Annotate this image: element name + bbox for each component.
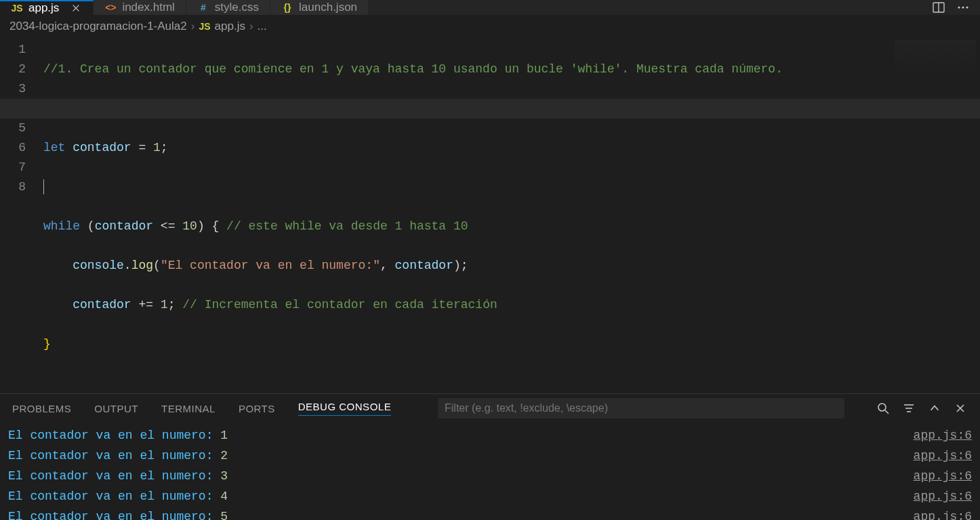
tab-label: style.css — [215, 1, 259, 14]
search-icon[interactable] — [876, 401, 891, 416]
console-message: El contador va en el numero: 2 — [8, 446, 228, 466]
json-file-icon: {} — [281, 1, 293, 14]
chevron-up-icon[interactable] — [927, 401, 942, 416]
console-message: El contador va en el numero: 5 — [8, 506, 228, 520]
more-actions-icon[interactable] — [956, 0, 971, 15]
editor-actions — [931, 0, 980, 15]
tab-label: index.html — [122, 1, 174, 14]
svg-line-6 — [885, 410, 889, 414]
svg-point-3 — [962, 6, 964, 8]
panel-tab-output[interactable]: OUTPUT — [94, 403, 138, 414]
console-source-link[interactable]: app.js:6 — [914, 466, 972, 486]
chevron-right-icon: › — [249, 20, 253, 33]
console-row: El contador va en el numero: 3app.js:6 — [8, 466, 972, 486]
panel-actions — [876, 401, 968, 416]
console-source-link[interactable]: app.js:6 — [914, 506, 972, 520]
minimap[interactable] — [895, 40, 976, 81]
console-source-link[interactable]: app.js:6 — [914, 425, 972, 446]
breadcrumb-folder[interactable]: 2034-logica-programacion-1-Aula2 — [9, 20, 187, 33]
html-file-icon: <> — [104, 1, 117, 14]
tab-label: app.js — [28, 1, 59, 15]
panel-tab-debug-console[interactable]: DEBUG CONSOLE — [298, 401, 391, 416]
filter-icon[interactable] — [901, 401, 916, 416]
debug-console-output[interactable]: El contador va en el numero: 1app.js:6El… — [0, 422, 980, 520]
console-row: El contador va en el numero: 1app.js:6 — [8, 425, 972, 446]
breadcrumb-file[interactable]: app.js — [215, 20, 245, 33]
panel-tab-ports[interactable]: PORTS — [239, 403, 275, 414]
css-file-icon: # — [197, 1, 209, 14]
editor-tabs: JS app.js <> index.html # style.css {} l… — [0, 0, 980, 16]
console-message: El contador va en el numero: 1 — [8, 425, 228, 446]
breadcrumb-trail[interactable]: ... — [258, 20, 267, 33]
svg-point-4 — [966, 6, 968, 8]
tab-app-js[interactable]: JS app.js — [0, 0, 94, 15]
panel-filter — [438, 398, 844, 418]
bottom-panel: PROBLEMS OUTPUT TERMINAL PORTS DEBUG CON… — [0, 393, 980, 520]
console-source-link[interactable]: app.js:6 — [914, 486, 972, 506]
split-editor-icon[interactable] — [931, 0, 946, 15]
text-cursor — [43, 179, 44, 194]
tab-style-css[interactable]: # style.css — [186, 0, 270, 15]
svg-point-5 — [878, 404, 886, 411]
panel-tab-terminal[interactable]: TERMINAL — [161, 403, 216, 414]
js-file-icon: JS — [11, 2, 23, 14]
console-row: El contador va en el numero: 4app.js:6 — [8, 486, 972, 506]
breadcrumb[interactable]: 2034-logica-programacion-1-Aula2 › JS ap… — [0, 16, 980, 37]
code-content[interactable]: //1. Crea un contador que comience en 1 … — [43, 37, 783, 393]
svg-point-2 — [958, 6, 960, 8]
code-editor[interactable]: 1 2 3 4 5 6 7 8 //1. Crea un contador qu… — [0, 37, 980, 393]
console-row: El contador va en el numero: 2app.js:6 — [8, 446, 972, 466]
filter-input[interactable] — [438, 398, 844, 418]
panel-tabs: PROBLEMS OUTPUT TERMINAL PORTS DEBUG CON… — [0, 394, 980, 422]
close-icon[interactable] — [70, 2, 82, 14]
close-panel-icon[interactable] — [953, 401, 968, 416]
console-source-link[interactable]: app.js:6 — [914, 446, 972, 466]
chevron-right-icon: › — [191, 20, 195, 33]
panel-tab-problems[interactable]: PROBLEMS — [12, 403, 71, 414]
console-row: El contador va en el numero: 5app.js:6 — [8, 506, 972, 520]
console-message: El contador va en el numero: 3 — [8, 466, 228, 486]
js-file-icon: JS — [199, 21, 210, 32]
line-gutter: 1 2 3 4 5 6 7 8 — [0, 37, 43, 393]
console-message: El contador va en el numero: 4 — [8, 486, 228, 506]
tab-index-html[interactable]: <> index.html — [94, 0, 186, 15]
tab-launch-json[interactable]: {} launch.json — [270, 0, 369, 15]
tab-label: launch.json — [299, 1, 357, 14]
